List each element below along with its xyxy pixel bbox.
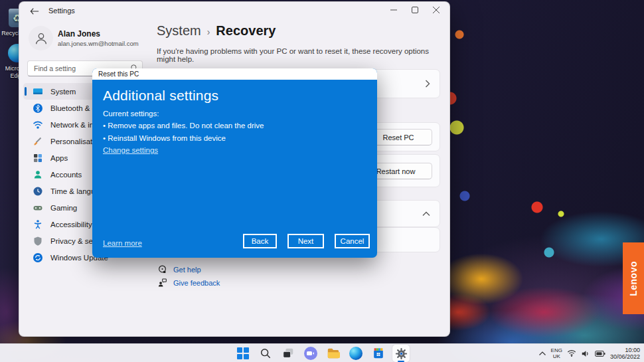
profile-name: Alan Jones xyxy=(58,29,100,39)
tray-volume-button[interactable] xyxy=(581,349,590,358)
taskbar-store-button[interactable] xyxy=(370,345,387,362)
tray-battery-button[interactable] xyxy=(595,350,605,357)
profile-email: alan.jones.wm@hotmail.com xyxy=(58,40,139,47)
chevron-up-icon xyxy=(538,351,546,357)
taskbar-search-button[interactable] xyxy=(257,345,274,362)
window-title: Settings xyxy=(48,7,75,15)
speaker-icon xyxy=(581,349,590,358)
accounts-icon xyxy=(33,169,43,180)
dialog-body: Additional settings Current settings: Re… xyxy=(92,80,377,258)
sidebar-item-label: Accessibility xyxy=(50,221,92,228)
dialog-next-button[interactable]: Next xyxy=(287,234,324,248)
clock[interactable]: 10:00 30/06/2022 xyxy=(610,347,640,361)
give-feedback-label: Give feedback xyxy=(173,279,220,287)
avatar[interactable] xyxy=(29,26,53,50)
update-icon xyxy=(33,252,43,263)
edge-icon xyxy=(349,347,362,360)
maximize-button[interactable] xyxy=(404,3,426,17)
windows-logo-icon xyxy=(237,347,249,359)
language-indicator[interactable]: ENG UK xyxy=(551,347,562,359)
tray-wifi-button[interactable] xyxy=(567,349,576,357)
taskbar-edge-button[interactable] xyxy=(347,345,364,362)
dialog-title: Reset this PC xyxy=(98,70,139,78)
search-icon xyxy=(260,347,272,359)
person-icon xyxy=(34,31,48,46)
give-feedback-icon xyxy=(157,278,167,288)
taskbar-chat-button[interactable] xyxy=(302,345,319,362)
back-arrow-icon xyxy=(30,7,39,15)
dialog-cancel-button[interactable]: Cancel xyxy=(335,234,370,248)
sidebar-item-label: Accounts xyxy=(50,171,82,179)
learn-more-link[interactable]: Learn more xyxy=(103,239,142,247)
minimize-button[interactable] xyxy=(383,3,404,17)
maximize-icon xyxy=(412,7,418,13)
minimize-icon xyxy=(390,7,397,13)
chat-icon xyxy=(304,347,317,360)
taskbar-settings-button[interactable] xyxy=(392,345,410,362)
screen: ♻ Recycle Bin Microsoft Edge Lenovo Sett… xyxy=(0,0,644,362)
breadcrumb: System › Recovery xyxy=(157,23,276,39)
setting-bullet: Remove apps and files. Do not clean the … xyxy=(103,122,264,130)
get-help-link[interactable]: Get help xyxy=(157,264,201,274)
get-help-label: Get help xyxy=(173,266,201,274)
close-button[interactable] xyxy=(426,3,447,17)
window-titlebar: Settings xyxy=(19,2,449,19)
lenovo-badge-text: Lenovo xyxy=(628,261,639,296)
shield-icon xyxy=(33,236,43,246)
tray-chevron-up-button[interactable] xyxy=(538,351,546,357)
chevron-up-icon xyxy=(422,211,430,217)
paintbrush-icon xyxy=(33,136,43,147)
taskbar-file-explorer-button[interactable] xyxy=(325,345,342,362)
apps-icon xyxy=(33,153,43,163)
breadcrumb-separator-icon: › xyxy=(207,25,210,37)
accessibility-icon xyxy=(33,219,43,230)
gear-icon xyxy=(395,347,408,360)
sidebar-item-label: Gaming xyxy=(50,204,77,212)
back-button[interactable] xyxy=(27,5,42,17)
dialog-titlebar[interactable]: Reset this PC xyxy=(92,68,377,80)
reset-pc-dialog: Reset this PC Additional settings Curren… xyxy=(92,68,377,258)
lenovo-badge: Lenovo xyxy=(623,242,644,314)
chevron-right-icon xyxy=(425,80,430,88)
system-tray: ENG UK xyxy=(538,344,640,362)
taskbar-start-button[interactable] xyxy=(234,345,252,362)
change-settings-link[interactable]: Change settings xyxy=(103,146,158,154)
wifi-icon xyxy=(33,120,43,130)
close-icon xyxy=(433,7,440,13)
sidebar-item-label: Apps xyxy=(50,154,68,162)
clock-time: 10:00 xyxy=(610,347,640,354)
clock-date: 30/06/2022 xyxy=(610,353,640,361)
store-icon xyxy=(372,347,385,360)
dialog-back-button[interactable]: Back xyxy=(243,234,277,248)
file-explorer-icon xyxy=(327,347,340,360)
bluetooth-icon xyxy=(33,103,43,114)
dialog-heading: Additional settings xyxy=(103,88,218,104)
setting-bullet: Reinstall Windows from this device xyxy=(103,134,226,142)
task-view-icon xyxy=(282,347,295,360)
page-title: Recovery xyxy=(216,23,276,39)
clock-icon xyxy=(33,186,43,197)
sidebar-item-label: System xyxy=(50,88,76,96)
gamepad-icon xyxy=(33,203,43,213)
language-line1: ENG xyxy=(551,347,562,353)
language-line2: UK xyxy=(551,353,562,359)
wifi-icon xyxy=(567,349,576,357)
get-help-icon xyxy=(157,264,167,274)
system-icon xyxy=(33,86,43,97)
taskbar-task-view-button[interactable] xyxy=(280,345,297,362)
current-settings-label: Current settings: xyxy=(103,110,159,118)
page-description: If you're having problems with your PC o… xyxy=(157,47,442,63)
taskbar: ENG UK xyxy=(0,343,644,362)
battery-icon xyxy=(595,350,605,357)
breadcrumb-system[interactable]: System xyxy=(157,23,201,39)
give-feedback-link[interactable]: Give feedback xyxy=(157,278,220,288)
